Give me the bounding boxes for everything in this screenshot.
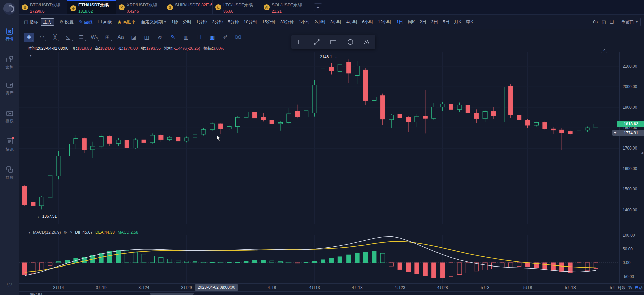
svg-text:2146.1 →: 2146.1 → bbox=[320, 55, 337, 59]
edit-note-icon[interactable]: ✐ bbox=[220, 33, 230, 42]
timeframe-15分钟[interactable]: 15分钟 bbox=[262, 19, 275, 25]
text-tool-icon[interactable]: Aa bbox=[116, 33, 126, 42]
measure-icon[interactable]: ⌀ bbox=[155, 33, 165, 42]
pair-tab-sol[interactable]: ◎SOL/USDT永续21.21 bbox=[261, 0, 309, 14]
svg-text:← 1367.51: ← 1367.51 bbox=[37, 214, 57, 219]
ohlc-label: 振幅: bbox=[203, 46, 213, 51]
candlestick-chart[interactable]: 2146.1 →← 1367.51 bbox=[19, 52, 619, 224]
price-tick: 1400.00 bbox=[623, 208, 637, 212]
toolbar-item-label: 设置 bbox=[65, 19, 74, 25]
timeframe-1秒[interactable]: 1秒 bbox=[171, 19, 178, 25]
ohlc-label: 高: bbox=[95, 46, 100, 51]
app-logo[interactable] bbox=[3, 3, 15, 15]
crosshair-tool-icon[interactable]: ✚ bbox=[24, 33, 34, 42]
toolbar-settings-button[interactable]: ⚙设置 bbox=[59, 19, 74, 25]
pair-tab-ltc[interactable]: ŁLTC/USDT永续86.66 bbox=[213, 0, 261, 14]
triangle-tool-icon[interactable]: ◺ bbox=[63, 33, 73, 42]
timeframe-10分钟[interactable]: 10分钟 bbox=[244, 19, 257, 25]
timeframe-5分钟[interactable]: 5分钟 bbox=[228, 19, 239, 25]
fullscreen-icon[interactable]: ◱ bbox=[602, 19, 606, 24]
toolbar-high-winrate-button[interactable]: ◉高胜率 bbox=[118, 19, 136, 25]
timeframe-1日[interactable]: 1日 bbox=[396, 19, 403, 25]
add-pair-button[interactable]: + bbox=[314, 3, 322, 11]
sidebar-item-markets[interactable]: B行情 bbox=[0, 27, 19, 42]
toolbar-advanced-button[interactable]: ❐高级 bbox=[98, 19, 112, 25]
sidebar-item-assets[interactable]: 资产 bbox=[0, 81, 19, 96]
collapse-macd-icon[interactable]: ▾ bbox=[28, 230, 30, 235]
toolbar-draw-line-button[interactable]: ✎画线 bbox=[79, 19, 93, 25]
timeframe-周K[interactable]: 周K bbox=[408, 19, 415, 25]
axis-setting-0[interactable]: 对数 bbox=[617, 285, 626, 291]
toolbar-indicators-button[interactable]: ◫指标 bbox=[24, 19, 38, 25]
ohlc-readout: 时间:2023-04-02 08:00开:1819.83高:1824.60低:1… bbox=[28, 46, 228, 51]
sidebar-item-group-chat[interactable]: 群聊 bbox=[0, 166, 19, 180]
timeframe-5日[interactable]: 5日 bbox=[443, 19, 449, 25]
pair-tab-xrp[interactable]: ✕XRP/USDT永续0.4246 bbox=[116, 0, 164, 14]
timeframe-月K[interactable]: 月K bbox=[454, 19, 461, 25]
heart-icon[interactable]: ♡ bbox=[0, 281, 19, 289]
chart-toolbar: ◫指标主力⚙设置✎画线❐高级◉高胜率自定义周期▾ 1秒分时1分钟3分钟5分钟10… bbox=[19, 15, 644, 30]
cross-line-icon[interactable] bbox=[294, 37, 306, 47]
timeframe-2小时[interactable]: 2小时 bbox=[314, 19, 325, 25]
timeframe-1分钟[interactable]: 1分钟 bbox=[196, 19, 207, 25]
wave-tool-icon[interactable]: W₃ bbox=[89, 33, 99, 42]
eraser-alt-icon[interactable]: ◫ bbox=[142, 33, 152, 42]
eraser-icon[interactable]: ◪ bbox=[129, 33, 139, 42]
timeframe-3小时[interactable]: 3小时 bbox=[330, 19, 341, 25]
circle-icon[interactable] bbox=[344, 37, 356, 47]
price-axis[interactable]: 1818.62 1774.91 2100.002000.001900.00180… bbox=[619, 52, 644, 291]
horizontal-scrollbar[interactable] bbox=[150, 293, 194, 295]
timeframe-分时[interactable]: 分时 bbox=[183, 19, 191, 25]
pair-tab-shib[interactable]: SSHIB/USDT8.82E-6 bbox=[164, 0, 213, 14]
timeframe-12小时[interactable]: 12小时 bbox=[378, 19, 391, 25]
timeframe-2日[interactable]: 2日 bbox=[420, 19, 426, 25]
date-axis[interactable]: 2023-04-02 08:00:00 对数%自动 3月143月193月243月… bbox=[19, 283, 644, 291]
timeframe-30分钟[interactable]: 30分钟 bbox=[280, 19, 294, 25]
window-mode-dropdown[interactable]: 单窗口 ▾ bbox=[618, 18, 641, 26]
shib-coin-icon: S bbox=[167, 4, 173, 10]
pattern-icon[interactable] bbox=[361, 37, 373, 47]
timeframe-季K[interactable]: 季K bbox=[466, 19, 473, 25]
timeframe-3分钟[interactable]: 3分钟 bbox=[212, 19, 223, 25]
macd-close-icon[interactable]: × bbox=[70, 230, 72, 235]
price-tick: 1600.00 bbox=[623, 166, 637, 171]
magnet-icon[interactable]: ▣ bbox=[207, 33, 217, 42]
bars-pattern-icon[interactable]: ▥ bbox=[181, 33, 191, 42]
trend-lines-icon[interactable]: ╳ bbox=[50, 33, 60, 42]
pair-tab-price: 21.21 bbox=[272, 9, 282, 14]
pair-tab-price: 1818.62 bbox=[78, 9, 93, 14]
add-alert-button[interactable]: + bbox=[612, 130, 618, 136]
sidebar-item-arbitrage[interactable]: 套利 bbox=[0, 56, 19, 70]
arc-tool-icon[interactable]: ◠ bbox=[37, 33, 47, 42]
timeframe-4小时[interactable]: 4小时 bbox=[346, 19, 357, 25]
copy-icon[interactable]: ❏ bbox=[194, 33, 204, 42]
brush-icon[interactable]: ✎ bbox=[168, 33, 178, 42]
collapse-panel-arrow-icon[interactable]: ◀ bbox=[641, 151, 643, 155]
timeframe-1小时[interactable]: 1小时 bbox=[298, 19, 310, 25]
screenshot-icon[interactable]: ❏ bbox=[610, 19, 614, 24]
collapse-main-pane-icon[interactable]: ▾ bbox=[30, 53, 32, 58]
pair-tab-eth[interactable]: ◆ETH/USDT永续1818.62 bbox=[67, 0, 116, 14]
popout-icon[interactable]: ↗ bbox=[601, 48, 607, 53]
parallel-lines-icon[interactable]: ☰ bbox=[76, 33, 86, 42]
toolbar-main-force-button[interactable]: 主力 bbox=[41, 18, 54, 26]
pair-tab-btc[interactable]: BBTC/USDT永续27299.6 bbox=[19, 0, 67, 14]
axis-setting-1[interactable]: % bbox=[628, 285, 632, 291]
sidebar-item-authorize[interactable]: 授权 bbox=[0, 110, 19, 124]
authorize-icon bbox=[6, 110, 13, 117]
delete-drawing-icon[interactable]: ⌧ bbox=[233, 33, 243, 42]
macd-chart[interactable] bbox=[19, 235, 619, 283]
ohlc-field-5: 涨幅:-1.44%(-26.26) bbox=[164, 46, 200, 51]
rectangle-icon[interactable] bbox=[328, 37, 339, 47]
goto-label[interactable]: 定位到 bbox=[30, 292, 42, 295]
date-label-4月13: 4月13 bbox=[303, 285, 326, 291]
timeframe-3日[interactable]: 3日 bbox=[431, 19, 438, 25]
position-box-icon[interactable]: ⊞ bbox=[102, 33, 112, 42]
toolbar-custom-period-button[interactable]: 自定义周期▾ bbox=[141, 19, 166, 25]
trend-line-icon[interactable] bbox=[311, 37, 322, 47]
timeframe-6小时[interactable]: 6小时 bbox=[362, 19, 373, 25]
sidebar-item-news[interactable]: 快讯 bbox=[0, 138, 19, 152]
price-tick: 2000.00 bbox=[623, 84, 637, 89]
macd-settings-icon[interactable]: ⚙ bbox=[63, 230, 67, 235]
axis-setting-2[interactable]: 自动 bbox=[635, 285, 643, 291]
